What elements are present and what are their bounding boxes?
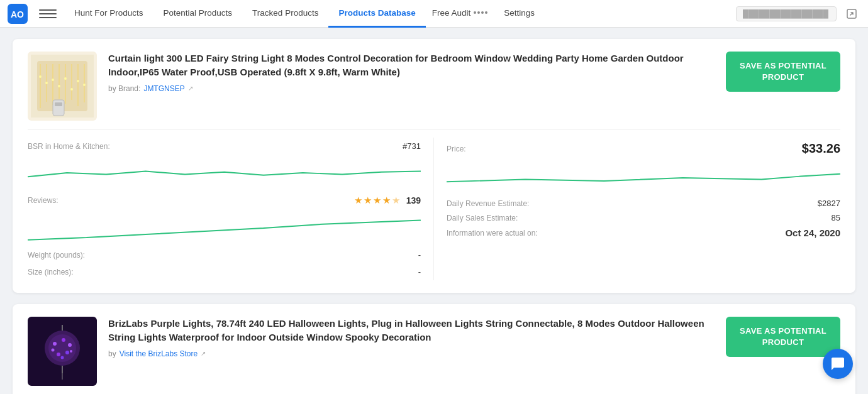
product-title-1: Curtain light 300 LED Fairy String Light… xyxy=(108,52,715,79)
svg-point-19 xyxy=(77,80,79,82)
svg-point-28 xyxy=(68,343,72,347)
nav-potential-products[interactable]: Potential Products xyxy=(153,0,243,28)
hamburger-menu[interactable] xyxy=(39,5,57,23)
nav-settings[interactable]: Settings xyxy=(494,0,545,28)
bsr-row-1: BSR in Home & Kitchen: #731 xyxy=(28,138,421,155)
svg-point-14 xyxy=(45,82,48,84)
svg-point-18 xyxy=(70,88,73,90)
product-image-2 xyxy=(28,317,97,386)
reviews-row-1: Reviews: ★ ★ ★ ★ ★ 139 xyxy=(28,191,421,210)
weight-row-1: Weight (pounds): - xyxy=(28,246,421,263)
svg-rect-22 xyxy=(55,102,62,106)
price-chart-1 xyxy=(447,162,840,194)
nav-products-database[interactable]: Products Database xyxy=(328,0,425,28)
daily-revenue-row-1: Daily Revenue Estimate: $2827 xyxy=(447,196,840,211)
svg-point-29 xyxy=(65,351,69,354)
nav-external-icon[interactable] xyxy=(843,5,860,23)
main-content: Curtain light 300 LED Fairy String Light… xyxy=(0,28,868,394)
svg-point-17 xyxy=(64,77,67,80)
svg-point-20 xyxy=(83,84,86,86)
svg-point-33 xyxy=(70,350,72,353)
brand-link-1[interactable]: JMTGNSEP xyxy=(143,84,184,93)
daily-sales-row-1: Daily Sales Estimate: 85 xyxy=(447,211,840,225)
size-row-1: Size (inches): - xyxy=(28,263,421,280)
save-potential-button-1[interactable]: SAVE AS POTENTIALPRODUCT xyxy=(726,52,840,92)
nav-hunt-for-products[interactable]: Hunt For Products xyxy=(64,0,153,28)
product-card-2: BrizLabs Purple Lights, 78.74ft 240 LED … xyxy=(13,304,855,394)
svg-point-32 xyxy=(61,356,64,359)
brand-link-2[interactable]: Visit the BrizLabs Store xyxy=(120,349,198,358)
bsr-chart-1 xyxy=(28,157,421,189)
svg-rect-21 xyxy=(53,100,64,116)
nav-tracked-products[interactable]: Tracked Products xyxy=(242,0,328,28)
save-potential-button-2[interactable]: SAVE AS POTENTIALPRODUCT xyxy=(726,317,840,357)
external-link-icon-2[interactable]: ↗ xyxy=(201,350,206,357)
price-row-1: Price: $33.26 xyxy=(447,138,840,160)
external-link-icon-1[interactable]: ↗ xyxy=(188,85,193,92)
svg-point-27 xyxy=(62,338,65,342)
audit-dots-icon xyxy=(474,11,487,14)
product-stats-1: BSR in Home & Kitchen: #731 Reviews: ★ xyxy=(28,129,840,280)
svg-point-31 xyxy=(52,349,55,352)
actual-on-row-1: Information were actual on: Oct 24, 2020 xyxy=(447,225,840,241)
svg-point-15 xyxy=(52,79,54,81)
nav-search-bar: ████████████████ xyxy=(736,6,837,21)
chat-support-button[interactable] xyxy=(823,349,853,379)
svg-point-26 xyxy=(53,342,57,346)
product-image-1 xyxy=(28,52,97,121)
svg-point-13 xyxy=(39,75,42,78)
product-brand-1: by Brand: JMTGNSEP ↗ xyxy=(108,84,715,93)
svg-point-30 xyxy=(57,353,60,356)
product-card-1: Curtain light 300 LED Fairy String Light… xyxy=(13,39,855,293)
navigation: AO Hunt For Products Potential Products … xyxy=(0,0,868,28)
product-title-2: BrizLabs Purple Lights, 78.74ft 240 LED … xyxy=(108,317,715,344)
nav-free-audit[interactable]: Free Audit xyxy=(426,0,494,28)
product-info-2: BrizLabs Purple Lights, 78.74ft 240 LED … xyxy=(108,317,715,358)
product-brand-2: by Visit the BrizLabs Store ↗ xyxy=(108,349,715,358)
reviews-chart-1 xyxy=(28,212,421,244)
stars-1: ★ ★ ★ ★ ★ xyxy=(354,195,400,206)
svg-text:AO: AO xyxy=(11,9,24,19)
product-info-1: Curtain light 300 LED Fairy String Light… xyxy=(108,52,715,93)
svg-point-16 xyxy=(58,85,60,87)
logo[interactable]: AO xyxy=(8,4,28,24)
